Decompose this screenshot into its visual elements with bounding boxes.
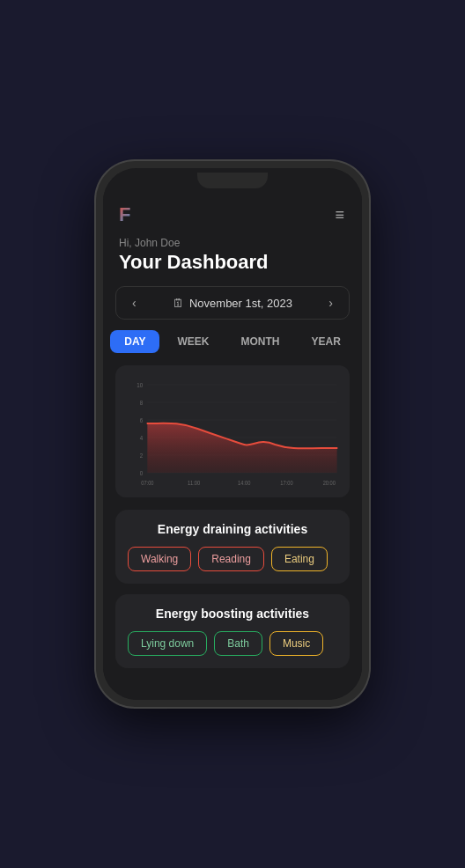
svg-text:0: 0 <box>140 470 144 476</box>
bottom-spacer <box>103 679 362 696</box>
boosting-title: Energy boosting activities <box>128 607 337 621</box>
energy-chart-container: 0 2 4 6 8 10 <box>115 365 350 497</box>
hamburger-icon[interactable]: ≡ <box>335 206 346 224</box>
app-logo: F <box>119 203 130 226</box>
tag-lying-down[interactable]: Lying down <box>128 631 207 656</box>
page-title: Your Dashboard <box>119 251 346 274</box>
energy-chart: 0 2 4 6 8 10 <box>124 376 341 490</box>
tag-reading[interactable]: Reading <box>198 547 264 571</box>
svg-text:6: 6 <box>140 417 144 423</box>
calendar-icon: 🗓 <box>173 297 184 310</box>
tab-week[interactable]: WEEK <box>163 330 223 353</box>
phone-frame: F ≡ Hi, John Doe Your Dashboard ‹ 🗓 Nove… <box>96 161 369 707</box>
current-date-label: November 1st, 2023 <box>189 297 292 310</box>
tag-bath[interactable]: Bath <box>214 631 262 656</box>
tag-music[interactable]: Music <box>269 631 323 656</box>
svg-text:20:00: 20:00 <box>323 480 336 486</box>
svg-text:17:00: 17:00 <box>280 480 293 486</box>
next-date-button[interactable]: › <box>323 294 338 312</box>
period-tabs: DAY WEEK MONTH YEAR <box>115 330 350 353</box>
phone-screen: F ≡ Hi, John Doe Your Dashboard ‹ 🗓 Nove… <box>103 168 362 700</box>
tab-year[interactable]: YEAR <box>297 330 354 353</box>
svg-text:11:00: 11:00 <box>188 480 201 486</box>
tab-day[interactable]: DAY <box>110 330 159 353</box>
status-bar <box>103 168 362 193</box>
svg-text:07:00: 07:00 <box>141 480 154 486</box>
svg-text:2: 2 <box>140 452 144 459</box>
svg-text:8: 8 <box>140 400 144 406</box>
app-content: F ≡ Hi, John Doe Your Dashboard ‹ 🗓 Nove… <box>103 193 362 700</box>
draining-tags: Walking Reading Eating <box>128 547 337 571</box>
date-display: 🗓 November 1st, 2023 <box>173 297 292 310</box>
svg-text:10: 10 <box>137 382 143 388</box>
top-bar: F ≡ <box>103 193 362 233</box>
draining-activities-section: Energy draining activities Walking Readi… <box>115 510 350 584</box>
boosting-tags: Lying down Bath Music <box>128 631 337 656</box>
draining-title: Energy draining activities <box>128 522 337 536</box>
svg-text:4: 4 <box>140 435 144 441</box>
tab-month[interactable]: MONTH <box>226 330 293 353</box>
tag-walking[interactable]: Walking <box>128 547 191 571</box>
header-section: Hi, John Doe Your Dashboard <box>103 233 362 286</box>
greeting-text: Hi, John Doe <box>119 237 346 249</box>
chart-wrap: 0 2 4 6 8 10 <box>124 376 341 490</box>
boosting-activities-section: Energy boosting activities Lying down Ba… <box>115 594 350 668</box>
notch <box>197 173 268 188</box>
svg-text:14:00: 14:00 <box>238 480 251 486</box>
tag-eating[interactable]: Eating <box>271 547 328 571</box>
prev-date-button[interactable]: ‹ <box>127 294 142 312</box>
date-navigation: ‹ 🗓 November 1st, 2023 › <box>115 286 350 320</box>
